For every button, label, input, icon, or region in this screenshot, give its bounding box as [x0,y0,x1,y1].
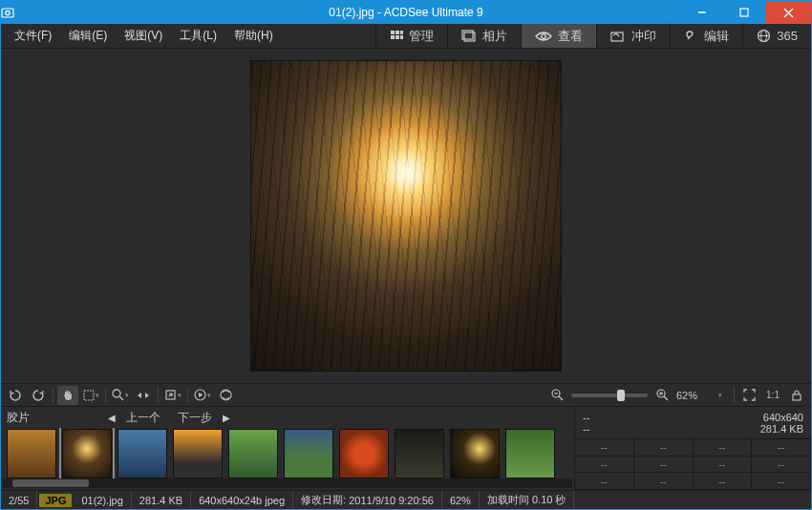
next-button[interactable]: 下一步 [174,411,216,424]
grid-icon [390,30,403,43]
select-tool-button[interactable] [80,386,101,405]
status-position: 2/55 [1,491,37,509]
filmstrip[interactable] [1,428,574,478]
status-zoom: 62% [442,491,480,509]
info-dimensions: 640x640 [701,412,804,423]
develop-icon [610,30,626,43]
status-modified: 修改日期: 2011/9/10 9:20:56 [293,491,442,509]
info-filesize: 281.4 KB [701,423,804,435]
svg-rect-10 [395,35,399,39]
thumbnail[interactable] [505,429,555,478]
thumbnail[interactable] [450,429,500,478]
mode-tab-photos[interactable]: 相片 [447,24,521,48]
thumbnail[interactable] [62,429,112,478]
svg-rect-7 [395,31,399,34]
actual-size-button[interactable]: 1:1 [761,386,784,405]
svg-rect-19 [84,391,94,400]
mode-tab-365[interactable]: 365 [742,24,811,48]
menu-help[interactable]: 帮助(H) [226,25,281,47]
minimize-button[interactable] [681,1,723,24]
thumbnail[interactable] [339,429,389,478]
separator [187,388,188,403]
prev-button[interactable]: 上一个 [122,411,164,424]
info-cell: -- [634,457,694,474]
globe-icon [757,29,771,43]
separator [53,388,53,403]
svg-rect-8 [400,31,403,34]
status-dimensions: 640x640x24b jpeg [191,491,293,509]
close-button[interactable] [765,1,811,24]
filmstrip-scrollbar[interactable] [3,478,572,488]
svg-point-24 [221,390,231,400]
filmstrip-header: 胶片 ◀ 上一个 下一步 ▶ [1,407,574,428]
svg-rect-9 [391,35,395,39]
filmstrip-label: 胶片 [7,410,30,426]
slideshow-button[interactable] [192,386,213,405]
thumbnail[interactable] [395,429,444,478]
info-cell: -- [694,473,753,490]
mode-tab-label: 冲印 [631,28,656,45]
external-tool-button[interactable] [162,386,183,405]
thumbnail[interactable] [118,429,167,478]
zoom-percent-label: 62% [676,390,705,401]
menu-view[interactable]: 视图(V) [117,25,170,47]
info-cell: -- [752,457,811,474]
title-bar[interactable]: 01(2).jpg - ACDSee Ultimate 9 [1,1,811,24]
svg-rect-6 [391,31,395,34]
mode-tab-edit[interactable]: 编辑 [670,24,742,48]
svg-line-31 [664,396,668,400]
status-format-badge: JPG [39,494,72,507]
svg-point-14 [542,33,546,38]
info-cell: -- [752,439,811,457]
mode-tab-label: 编辑 [704,28,729,45]
status-filesize: 281.4 KB [132,491,191,509]
fit-width-button[interactable] [133,386,154,405]
pan-tool-button[interactable] [57,386,78,405]
mode-tab-manage[interactable]: 管理 [375,24,447,48]
info-cell: -- [752,473,811,490]
app-window: 01(2).jpg - ACDSee Ultimate 9 文件(F) 编辑(E… [0,0,812,510]
status-loadtime: 加载时间 0.10 秒 [480,491,575,509]
menu-tools[interactable]: 工具(L) [172,25,224,47]
info-cell: -- [694,439,753,457]
autoplay-button[interactable] [215,386,236,405]
svg-rect-3 [740,9,748,16]
zoom-out-button[interactable] [546,386,567,405]
svg-rect-11 [400,35,403,39]
image-viewer[interactable] [1,49,811,383]
lock-zoom-button[interactable] [786,386,807,405]
zoom-in-button[interactable] [652,386,673,405]
info-panel: -- -- 640x640 281.4 KB -- -- -- -- -- --… [574,407,811,490]
thumbnail[interactable] [284,429,333,478]
zoom-slider[interactable] [571,393,648,397]
thumbnail[interactable] [7,429,56,478]
zoom-tool-button[interactable] [110,386,131,405]
rotate-left-button[interactable] [5,386,26,405]
fullscreen-button[interactable] [738,386,759,405]
content-area: 62% 1:1 胶片 ◀ 上一个 下一步 [1,49,811,490]
rotate-right-button[interactable] [28,386,49,405]
maximize-button[interactable] [723,1,765,24]
info-grid: -- -- -- -- -- -- -- -- -- -- -- -- [575,439,811,490]
thumbnail[interactable] [228,429,278,478]
info-cell: -- [694,457,753,474]
info-value: -- [583,423,686,435]
filmstrip-area: 胶片 ◀ 上一个 下一步 ▶ [1,406,811,490]
separator [158,388,159,403]
mode-tab-develop[interactable]: 冲印 [596,24,670,48]
svg-point-20 [113,390,120,397]
next-arrow-icon[interactable]: ▶ [219,413,234,423]
menu-file[interactable]: 文件(F) [7,25,59,47]
info-cell: -- [575,473,634,490]
menu-edit[interactable]: 编辑(E) [61,25,115,47]
zoom-dropdown[interactable] [709,386,730,405]
mode-tab-view[interactable]: 查看 [521,24,596,48]
thumbnail[interactable] [173,429,223,478]
svg-point-1 [6,11,10,14]
status-filename: 01(2).jpg [74,491,131,509]
info-cell: -- [575,457,634,474]
svg-line-21 [119,396,123,400]
separator [105,388,106,403]
info-value: -- [583,412,686,423]
prev-arrow-icon[interactable]: ◀ [104,413,119,423]
